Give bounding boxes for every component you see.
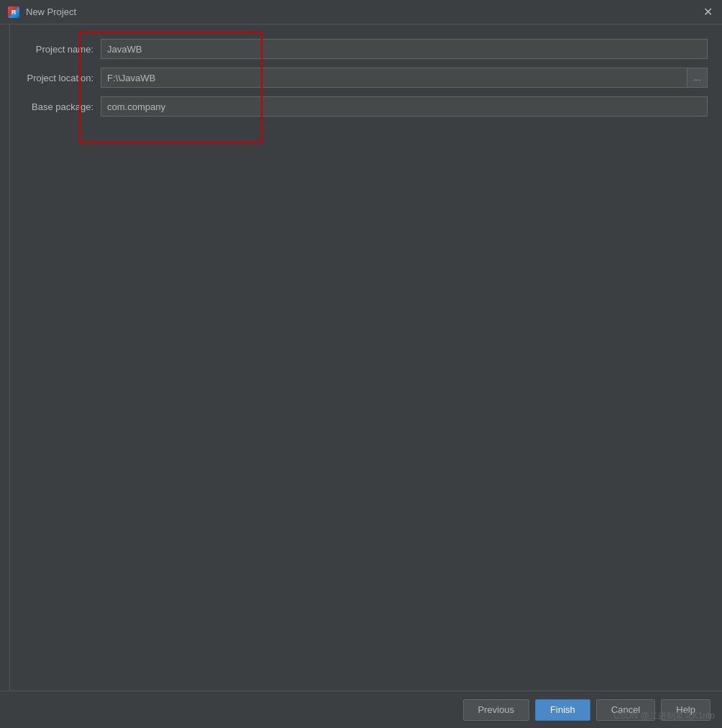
finish-button[interactable]: Finish bbox=[535, 699, 590, 721]
close-button[interactable]: ✕ bbox=[700, 5, 715, 19]
project-location-input[interactable] bbox=[101, 68, 687, 88]
project-location-input-group: ... bbox=[101, 68, 708, 88]
base-package-input[interactable] bbox=[101, 96, 708, 117]
new-project-dialog: R New Project ✕ Project name: Project lo… bbox=[0, 0, 722, 728]
button-bar: Previous Finish Cancel Help bbox=[0, 691, 722, 728]
project-location-row: Project location: ... bbox=[14, 68, 708, 88]
browse-button[interactable]: ... bbox=[687, 68, 708, 88]
base-package-row: Base package: bbox=[14, 96, 708, 117]
previous-button[interactable]: Previous bbox=[463, 699, 530, 721]
project-name-input[interactable] bbox=[101, 39, 708, 59]
app-icon: R bbox=[7, 6, 20, 19]
title-bar-left: R New Project bbox=[7, 6, 76, 19]
title-bar: R New Project ✕ bbox=[0, 0, 722, 24]
watermark: CSDN @二进制菜鸟K1rito bbox=[613, 710, 715, 722]
project-name-row: Project name: bbox=[14, 39, 708, 59]
form-content: Project name: Project location: ... Base… bbox=[0, 24, 722, 691]
left-panel bbox=[0, 24, 10, 691]
project-name-label: Project name: bbox=[14, 44, 101, 55]
project-location-label: Project location: bbox=[14, 73, 101, 83]
app-icon-inner: R bbox=[8, 6, 19, 18]
dialog-title: New Project bbox=[26, 6, 76, 17]
base-package-label: Base package: bbox=[14, 101, 101, 112]
app-icon-text: R bbox=[12, 9, 17, 16]
